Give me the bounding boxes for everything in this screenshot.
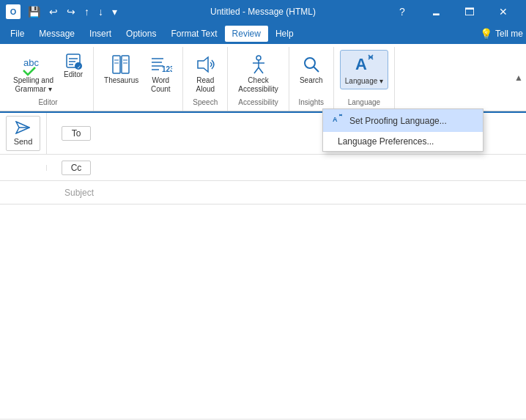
editor-group-label: Editor (38, 97, 57, 108)
svg-text:A: A (355, 55, 367, 73)
menu-options[interactable]: Options (119, 26, 163, 42)
ribbon-group-proofing: Thesaurus 123 WordCount _ (94, 47, 183, 111)
to-btn[interactable]: To (62, 126, 91, 141)
send-btn-area: Send (0, 113, 47, 154)
language-btn[interactable]: A Language ▾ (340, 50, 388, 89)
language-preferences-item[interactable]: Language Preferences... (323, 132, 483, 151)
cc-btn[interactable]: Cc (62, 161, 91, 175)
read-aloud-label: ReadAloud (196, 76, 215, 94)
search-btn[interactable]: Search (295, 50, 327, 88)
cc-input[interactable] (105, 160, 526, 176)
svg-line-25 (314, 67, 319, 72)
editor-group-items: abc Spelling andGrammar ▾ ✓ (9, 50, 87, 97)
cc-label-area: Cc (47, 161, 105, 175)
svg-text:123: 123 (162, 65, 172, 73)
ribbon-group-speech: ReadAloud Speech (183, 47, 228, 111)
thesaurus-icon (110, 53, 133, 76)
email-body[interactable] (0, 205, 526, 419)
speech-group-items: ReadAloud (189, 50, 221, 97)
svg-marker-18 (198, 57, 208, 72)
window-controls: ? 🗕 🗖 ✕ (385, 0, 520, 23)
read-aloud-icon (193, 53, 217, 76)
accessibility-group-items: CheckAccessibility (234, 50, 282, 97)
menu-help[interactable]: Help (268, 26, 301, 42)
svg-line-23 (259, 67, 263, 73)
language-group-label: Language (348, 97, 381, 108)
spelling-grammar-btn[interactable]: abc Spelling andGrammar ▾ (9, 50, 58, 97)
cc-send-placeholder (0, 165, 47, 171)
spelling-icon: abc (22, 53, 45, 76)
undo-quick-btn[interactable]: ↩ (46, 4, 61, 19)
to-label-area: To (47, 126, 105, 141)
save-quick-btn[interactable]: 💾 (25, 4, 43, 19)
spelling-label: Spelling andGrammar ▾ (13, 76, 53, 94)
menu-message[interactable]: Message (32, 26, 82, 42)
title-bar: O 💾 ↩ ↪ ↑ ↓ ▾ Untitled - Message (HTML) … (0, 0, 526, 23)
send-icon (15, 121, 30, 137)
svg-text:A: A (333, 116, 338, 123)
ribbon-group-insights: Search Insights (289, 47, 334, 111)
accessibility-group-label: Accessibility (238, 97, 278, 108)
menu-review[interactable]: Review (225, 26, 268, 42)
menu-insert[interactable]: Insert (82, 26, 119, 42)
editor-btn[interactable]: ✓ Editor (59, 50, 87, 81)
editor-label: Editor (64, 70, 83, 79)
maximize-btn[interactable]: 🗖 (453, 0, 486, 23)
read-aloud-btn[interactable]: ReadAloud (189, 50, 221, 97)
ribbon-group-editor: abc Spelling andGrammar ▾ ✓ (3, 47, 94, 111)
svg-point-24 (305, 58, 315, 68)
word-count-label: WordCount (151, 76, 171, 94)
arrow-down-quick-btn[interactable]: ↓ (95, 4, 106, 19)
thesaurus-label: Thesaurus (104, 76, 138, 85)
set-proofing-language-item[interactable]: A Set Proofing Language... (323, 109, 483, 132)
ribbon-group-accessibility: CheckAccessibility Accessibility (228, 47, 289, 111)
minimize-btn[interactable]: 🗕 (419, 0, 453, 23)
redo-quick-btn[interactable]: ↪ (64, 4, 78, 19)
subject-input[interactable] (100, 185, 526, 201)
language-label: Language ▾ (345, 77, 383, 86)
proofing-group-items: Thesaurus 123 WordCount (100, 50, 177, 97)
proofing-icon: A (332, 114, 344, 128)
help-btn[interactable]: ? (385, 0, 419, 23)
ribbon: abc Spelling andGrammar ▾ ✓ (0, 44, 526, 111)
menu-file[interactable]: File (3, 26, 32, 42)
language-group-items: A Language ▾ (340, 50, 388, 97)
customize-quick-btn[interactable]: ▾ (109, 4, 120, 19)
arrow-up-quick-btn[interactable]: ↑ (81, 4, 92, 19)
check-accessibility-btn[interactable]: CheckAccessibility (234, 50, 282, 97)
menu-bar: File Message Insert Options Format Text … (0, 23, 526, 44)
svg-point-19 (256, 56, 261, 60)
svg-text:✓: ✓ (77, 65, 81, 70)
compose-area: Send To Cc Subject (0, 113, 526, 419)
set-proofing-label: Set Proofing Language... (349, 116, 447, 126)
app-icon: O (6, 4, 21, 19)
send-btn[interactable]: Send (6, 116, 41, 151)
thesaurus-btn[interactable]: Thesaurus (100, 50, 143, 88)
title-bar-left: O 💾 ↩ ↪ ↑ ↓ ▾ (6, 4, 120, 19)
speech-group-label: Speech (193, 97, 218, 108)
language-icon: A (352, 54, 376, 77)
lightbulb-icon: 💡 (480, 28, 492, 40)
accessibility-label: CheckAccessibility (238, 76, 278, 94)
search-label: Search (300, 76, 323, 85)
insights-group-items: Search (295, 50, 327, 97)
svg-line-22 (254, 67, 259, 73)
svg-rect-8 (122, 56, 129, 73)
tell-me-area: 💡 Tell me (480, 28, 523, 40)
close-btn[interactable]: ✕ (486, 0, 520, 23)
insights-group-label: Insights (299, 97, 324, 108)
svg-rect-7 (113, 56, 120, 73)
accessibility-icon (247, 53, 270, 76)
search-icon (300, 53, 323, 76)
word-count-btn[interactable]: 123 WordCount (144, 50, 177, 97)
subject-label: Subject (59, 185, 100, 201)
window-title: Untitled - Message (HTML) (210, 7, 316, 17)
svg-text:abc: abc (23, 57, 39, 68)
send-label: Send (14, 137, 33, 146)
ribbon-collapse-btn[interactable]: ▲ (514, 73, 523, 83)
editor-icon: ✓ (64, 51, 83, 70)
menu-format-text[interactable]: Format Text (163, 26, 224, 42)
tell-me-label[interactable]: Tell me (495, 29, 523, 39)
cc-row: Cc (0, 155, 526, 181)
quick-access-toolbar: 💾 ↩ ↪ ↑ ↓ ▾ (25, 4, 120, 19)
